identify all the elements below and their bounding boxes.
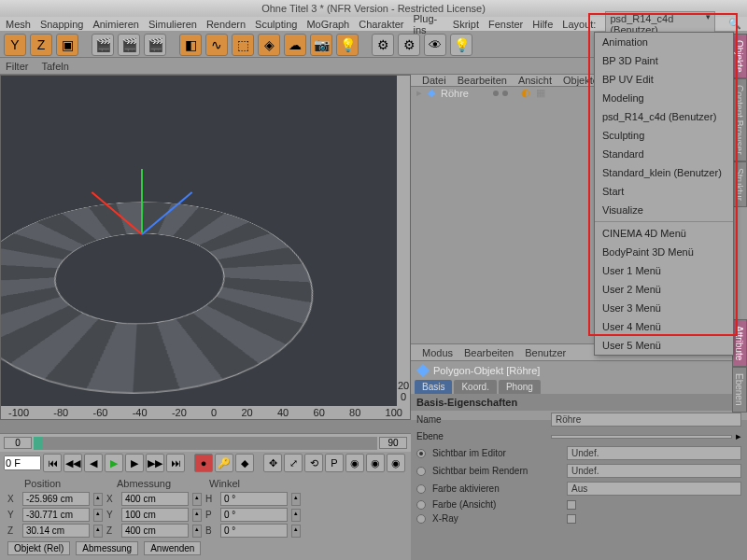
panels-menu[interactable]: Tafeln	[41, 61, 68, 72]
coord-dim-select[interactable]: Abmessung	[76, 541, 138, 555]
viewport-3d[interactable]: -100-80-60-40-20020406080100 200	[0, 75, 411, 420]
menu-script[interactable]: Skript	[453, 19, 479, 30]
obj-bearbeiten[interactable]: Bearbeiten	[458, 75, 507, 86]
misc-tool2-icon[interactable]: ⚙	[398, 34, 420, 56]
menu-user3[interactable]: User 3 Menü	[595, 299, 733, 317]
menu-user5[interactable]: User 5 Menü	[595, 336, 733, 355]
deformer-icon[interactable]: ◈	[258, 34, 280, 56]
frame-field[interactable]	[4, 455, 41, 470]
opt3-icon[interactable]: ◉	[387, 454, 405, 472]
step-fwd-icon[interactable]: ▶▶	[146, 454, 164, 472]
timeline-end[interactable]	[379, 437, 407, 449]
dim-x[interactable]	[121, 492, 189, 506]
field-sicht-ed[interactable]: Undef.	[567, 446, 741, 460]
obj-ansicht[interactable]: Ansicht	[518, 75, 552, 86]
vis-editor-dot[interactable]	[493, 91, 499, 96]
sidetab-attribute[interactable]: Attribute	[732, 319, 747, 367]
layout-sculpting[interactable]: Sculpting	[595, 126, 733, 145]
menu-animate[interactable]: Animieren	[92, 19, 139, 30]
attr-benutzer[interactable]: Benutzer	[525, 347, 566, 358]
tab-phong[interactable]: Phong	[499, 380, 541, 394]
menu-c4d[interactable]: CINEMA 4D Menü	[595, 224, 733, 243]
dim-y[interactable]	[121, 508, 189, 522]
misc-tool3-icon[interactable]: 👁	[424, 34, 446, 56]
menu-mograph[interactable]: MoGraph	[306, 19, 349, 30]
tool-z-icon[interactable]: Z	[30, 34, 52, 56]
menu-bodypaint[interactable]: BodyPaint 3D Menü	[595, 243, 733, 261]
tool-cube-icon[interactable]: ▣	[56, 34, 78, 56]
spline-icon[interactable]: ∿	[205, 34, 228, 56]
tab-koord[interactable]: Koord.	[454, 380, 496, 394]
tab-basis[interactable]: Basis	[415, 380, 452, 394]
checkbox-xray[interactable]	[567, 514, 576, 524]
rot-h[interactable]	[220, 492, 288, 506]
play-icon[interactable]: ▶	[105, 454, 123, 472]
primitive-cube-icon[interactable]: ◧	[179, 34, 202, 56]
autokey-icon[interactable]: 🔑	[215, 454, 233, 472]
rot-b[interactable]	[220, 524, 288, 538]
layout-animation[interactable]: Animation	[595, 33, 733, 51]
layout-bpuvedit[interactable]: BP UV Edit	[595, 70, 733, 89]
prev-frame-icon[interactable]: ◀	[84, 454, 103, 472]
pos-y[interactable]	[22, 508, 90, 522]
camera-icon[interactable]: 📷	[310, 34, 332, 56]
phong-tag-icon[interactable]: ▦	[536, 87, 545, 99]
layout-bp3dpaint[interactable]: BP 3D Paint	[595, 51, 733, 70]
obj-datei[interactable]: Datei	[422, 75, 446, 86]
vis-render-dot[interactable]	[502, 91, 508, 96]
timeline-playhead[interactable]	[34, 437, 43, 450]
pos-x[interactable]	[22, 492, 90, 506]
axis-y-icon[interactable]	[141, 169, 143, 234]
menu-window[interactable]: Fenster	[488, 19, 523, 30]
next-frame-icon[interactable]: ▶	[125, 454, 144, 472]
search-icon[interactable]: 🔍	[728, 18, 741, 30]
render-region-icon[interactable]: 🎬	[118, 34, 140, 56]
bulb-icon[interactable]: 💡	[450, 34, 472, 56]
environment-icon[interactable]: ☁	[284, 34, 306, 56]
sidetab-objekte[interactable]: Objekte	[732, 34, 747, 78]
layout-start[interactable]: Start	[595, 182, 733, 201]
menu-user4[interactable]: User 4 Menü	[595, 317, 733, 336]
sidetab-content[interactable]: Content Browser	[732, 78, 747, 161]
stepper-icon[interactable]: ▴	[93, 493, 103, 506]
render-settings-icon[interactable]: 🎬	[144, 34, 166, 56]
scale-icon[interactable]: ⤢	[284, 454, 303, 472]
object-item-rohre[interactable]: Röhre	[441, 88, 469, 99]
timeline-track[interactable]	[34, 437, 377, 450]
layout-standard[interactable]: Standard	[595, 145, 733, 163]
layout-psd[interactable]: psd_R14_c4d (Benutzer)	[595, 107, 733, 126]
timeline-start[interactable]	[4, 437, 32, 449]
opt2-icon[interactable]: ◉	[366, 454, 385, 472]
menu-character[interactable]: Charakter	[359, 19, 403, 30]
sidetab-struktur[interactable]: Struktur	[732, 161, 747, 207]
goto-end-icon[interactable]: ⏭	[166, 454, 185, 472]
render-icon[interactable]: 🎬	[92, 34, 114, 56]
light-icon[interactable]: 💡	[336, 34, 359, 56]
filter-menu[interactable]: Filter	[6, 61, 28, 72]
rotate-icon[interactable]: ⟲	[304, 454, 323, 472]
pos-z[interactable]	[22, 524, 90, 538]
field-sicht-rn[interactable]: Undef.	[567, 464, 741, 478]
radio-farbe-akt[interactable]	[416, 484, 426, 494]
menu-mesh[interactable]: Mesh	[6, 19, 31, 30]
field-ebene[interactable]	[551, 435, 732, 439]
move-icon[interactable]: ✥	[263, 454, 282, 472]
menu-simulate[interactable]: Simulieren	[148, 19, 197, 30]
p-icon[interactable]: P	[325, 454, 344, 472]
record-icon[interactable]: ●	[194, 454, 213, 472]
attr-modus[interactable]: Modus	[422, 347, 453, 358]
sidetab-ebenen[interactable]: Ebenen	[732, 367, 747, 412]
keyframe-icon[interactable]: ◆	[235, 454, 254, 472]
menu-user2[interactable]: User 2 Menü	[595, 280, 733, 299]
generator-icon[interactable]: ⬚	[232, 34, 254, 56]
menu-plugins[interactable]: Plug-ins	[414, 13, 444, 35]
radio-xray[interactable]	[416, 514, 426, 524]
field-farbe-akt[interactable]: Aus	[567, 482, 741, 496]
layout-visualize[interactable]: Visualize	[595, 201, 733, 219]
opt1-icon[interactable]: ◉	[345, 454, 364, 472]
attr-bearbeiten[interactable]: Bearbeiten	[464, 347, 514, 358]
radio-farbe-ans[interactable]	[416, 500, 426, 510]
layout-modeling[interactable]: Modeling	[595, 89, 733, 107]
coord-mode-select[interactable]: Objekt (Rel)	[7, 541, 70, 555]
dim-z[interactable]	[121, 524, 189, 538]
